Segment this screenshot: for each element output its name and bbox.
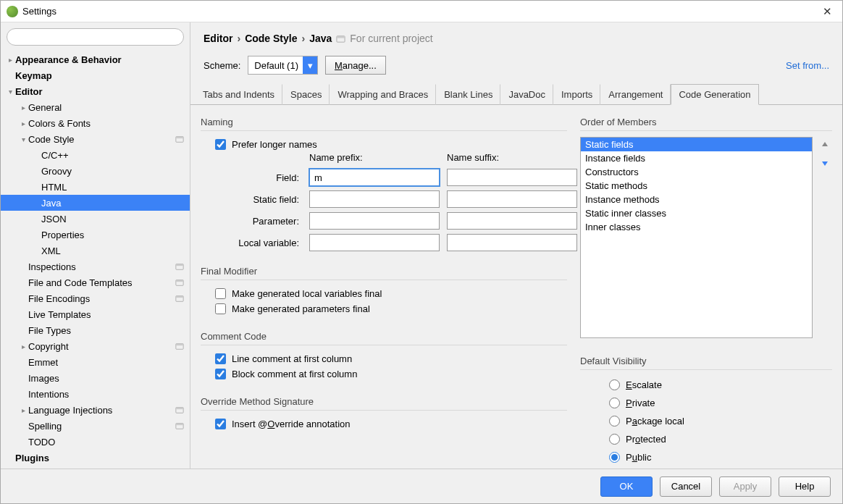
block-comment-label[interactable]: Block comment at first column (232, 369, 357, 379)
sidebar-item-code-style[interactable]: ▾Code Style (1, 131, 190, 147)
project-scope-icon (175, 294, 184, 303)
scheme-dropdown[interactable]: Default (1) ▾ (248, 56, 318, 75)
sidebar-item-java[interactable]: Java (1, 195, 190, 211)
final-params-checkbox[interactable] (215, 303, 226, 314)
sidebar-item-file-and-code-templates[interactable]: File and Code Templates (1, 274, 190, 290)
sidebar-item-images[interactable]: Images (1, 370, 190, 386)
list-item[interactable]: Static fields (581, 138, 812, 151)
svg-rect-13 (176, 408, 183, 410)
sidebar-item-json[interactable]: JSON (1, 211, 190, 227)
list-item[interactable]: Instance fields (581, 151, 812, 165)
sidebar-item-file-types[interactable]: File Types (1, 322, 190, 338)
naming-suffix-input[interactable] (447, 169, 577, 186)
naming-suffix-input[interactable] (447, 234, 577, 251)
cancel-button[interactable]: Cancel (660, 476, 712, 497)
naming-prefix-input[interactable] (309, 212, 440, 230)
set-from-link[interactable]: Set from... (786, 60, 829, 71)
sidebar-item-emmet[interactable]: Emmet (1, 354, 190, 370)
naming-prefix-input[interactable] (309, 169, 440, 186)
manage-button[interactable]: Manage... (325, 56, 386, 75)
tab-javadoc[interactable]: JavaDoc (500, 84, 553, 105)
sidebar-item-live-templates[interactable]: Live Templates (1, 306, 190, 322)
sidebar-item-colors-fonts[interactable]: ▸Colors & Fonts (1, 115, 190, 131)
sidebar-item-appearance-behavior[interactable]: ▸Appearance & Behavior (1, 51, 190, 67)
visibility-label[interactable]: Public (626, 452, 651, 463)
list-item[interactable]: Inner classes (581, 220, 812, 234)
sidebar-item-label: Language Injections (28, 405, 112, 416)
sidebar-item-groovy[interactable]: Groovy (1, 163, 190, 179)
prefer-longer-label[interactable]: Prefer longer names (232, 139, 317, 150)
prefer-longer-checkbox[interactable] (215, 139, 226, 150)
list-item[interactable]: Constructors (581, 165, 812, 179)
apply-button[interactable]: Apply (719, 476, 771, 497)
chevron-right-icon: ▸ (18, 406, 28, 414)
sidebar-item-file-encodings[interactable]: File Encodings (1, 290, 190, 306)
sidebar-item-language-injections[interactable]: ▸Language Injections (1, 402, 190, 418)
sidebar-item-c-c-[interactable]: C/C++ (1, 147, 190, 163)
project-scope-icon (175, 406, 184, 414)
naming-prefix-input[interactable] (309, 190, 440, 208)
sidebar-item-todo[interactable]: TODO (1, 434, 190, 450)
move-up-button[interactable] (817, 137, 832, 152)
visibility-label[interactable]: Protected (626, 434, 666, 445)
tab-arrangement[interactable]: Arrangement (600, 84, 671, 105)
help-button[interactable]: Help (779, 476, 831, 497)
visibility-radio[interactable] (609, 379, 620, 390)
sidebar-item-label: Groovy (41, 166, 72, 177)
order-members-list[interactable]: Static fieldsInstance fieldsConstructors… (580, 137, 813, 338)
sidebar-item-copyright[interactable]: ▸Copyright (1, 338, 190, 354)
final-local-vars-checkbox[interactable] (215, 288, 226, 299)
sidebar-item-label: C/C++ (41, 150, 69, 161)
sidebar-item-label: Emmet (28, 357, 58, 368)
sidebar-item-plugins[interactable]: Plugins (1, 450, 190, 466)
tab-spaces[interactable]: Spaces (282, 84, 330, 105)
visibility-radio[interactable] (609, 416, 620, 427)
insert-override-checkbox[interactable] (215, 419, 226, 429)
sidebar-item-inspections[interactable]: Inspections (1, 259, 190, 274)
naming-row-label: Local variable: (215, 238, 302, 248)
sidebar-item-label: Keymap (15, 70, 52, 81)
sidebar-item-label: File Types (28, 325, 71, 336)
sidebar-item-spelling[interactable]: Spelling (1, 418, 190, 434)
final-local-vars-label[interactable]: Make generated local variables final (232, 288, 382, 299)
insert-override-label[interactable]: Insert @Override annotation (232, 419, 351, 429)
list-item[interactable]: Static methods (581, 179, 812, 193)
tab-code-generation[interactable]: Code Generation (671, 84, 758, 105)
sidebar-item-xml[interactable]: XML (1, 243, 190, 259)
tab-wrapping-and-braces[interactable]: Wrapping and Braces (330, 84, 436, 105)
tab-tabs-and-indents[interactable]: Tabs and Indents (195, 84, 282, 105)
sidebar-item-intentions[interactable]: Intentions (1, 386, 190, 402)
ok-button[interactable]: OK (600, 476, 653, 497)
naming-row-label: Parameter: (215, 216, 302, 227)
visibility-radio[interactable] (609, 434, 620, 445)
sidebar-item-general[interactable]: ▸General (1, 99, 190, 115)
sidebar-item-properties[interactable]: Properties (1, 227, 190, 243)
visibility-label[interactable]: Escalate (626, 379, 662, 390)
final-params-label[interactable]: Make generated parameters final (232, 303, 370, 314)
breadcrumb-part: Editor (204, 33, 232, 44)
visibility-radio[interactable] (609, 452, 620, 463)
naming-suffix-input[interactable] (447, 190, 577, 208)
tab-blank-lines[interactable]: Blank Lines (436, 84, 500, 105)
move-down-button[interactable] (817, 155, 832, 170)
list-item[interactable]: Instance methods (581, 193, 812, 206)
line-comment-label[interactable]: Line comment at first column (232, 353, 352, 364)
close-icon[interactable]: ✕ (818, 5, 836, 18)
tab-imports[interactable]: Imports (553, 84, 600, 105)
line-comment-checkbox[interactable] (215, 353, 226, 364)
sidebar-item-label: TODO (28, 437, 55, 448)
visibility-label[interactable]: Private (626, 398, 655, 408)
sidebar-item-label: File and Code Templates (28, 277, 133, 288)
block-comment-checkbox[interactable] (215, 369, 226, 379)
sidebar-item-html[interactable]: HTML (1, 179, 190, 195)
search-input[interactable] (7, 28, 184, 46)
sidebar-item-label: Images (28, 373, 59, 384)
naming-suffix-input[interactable] (447, 212, 577, 230)
naming-prefix-input[interactable] (309, 234, 440, 251)
visibility-label[interactable]: Package local (626, 416, 684, 427)
sidebar-item-editor[interactable]: ▾Editor (1, 83, 190, 99)
visibility-radio[interactable] (609, 398, 620, 408)
sidebar-item-keymap[interactable]: Keymap (1, 67, 190, 83)
list-item[interactable]: Static inner classes (581, 206, 812, 220)
naming-suffix-header: Name suffix: (447, 152, 577, 164)
